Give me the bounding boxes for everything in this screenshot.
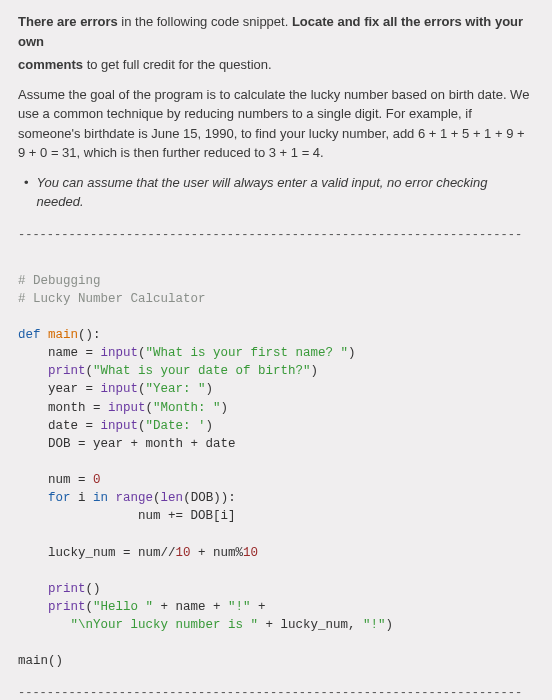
- string: "!": [363, 618, 386, 632]
- code-text: + num%: [191, 546, 244, 560]
- instruction-paragraph: Assume the goal of the program is to cal…: [18, 85, 534, 163]
- builtin-input: input: [101, 419, 139, 433]
- code-block: # Debugging # Lucky Number Calculator de…: [18, 254, 534, 671]
- code-comment: # Lucky Number Calculator: [18, 292, 206, 306]
- code-text: main(): [18, 654, 63, 668]
- string: "Year: ": [146, 382, 206, 396]
- bold-comments: comments: [18, 57, 83, 72]
- number: 10: [243, 546, 258, 560]
- code-text: DOB = year + month + date: [18, 437, 236, 451]
- bullet-text: You can assume that the user will always…: [37, 173, 534, 212]
- code-text: num += DOB[i]: [18, 509, 236, 523]
- string: "!": [228, 600, 251, 614]
- builtin-print: print: [48, 600, 86, 614]
- code-text: (): [86, 582, 101, 596]
- string: "What is your first name? ": [146, 346, 349, 360]
- code-text: + lucky_num,: [258, 618, 363, 632]
- code-text: month =: [18, 401, 108, 415]
- fn-main: main: [48, 328, 78, 342]
- separator-top: ----------------------------------------…: [18, 226, 534, 244]
- builtin-print: print: [48, 364, 86, 378]
- string: "What is your date of birth?": [93, 364, 311, 378]
- instruction-line-1: There are errors in the following code s…: [18, 12, 534, 51]
- keyword-in: in: [93, 491, 108, 505]
- code-text: lucky_num = num//: [18, 546, 176, 560]
- instruction-line-2: comments to get full credit for the ques…: [18, 55, 534, 75]
- keyword-def: def: [18, 328, 41, 342]
- bullet-dot-icon: •: [18, 173, 37, 212]
- builtin-input: input: [101, 346, 139, 360]
- text-span: to get full credit for the question.: [83, 57, 272, 72]
- code-text: + name +: [153, 600, 228, 614]
- number: 10: [176, 546, 191, 560]
- builtin-range: range: [116, 491, 154, 505]
- code-text: year =: [18, 382, 101, 396]
- separator-bottom: ----------------------------------------…: [18, 684, 534, 700]
- string: "Month: ": [153, 401, 221, 415]
- code-text: +: [251, 600, 266, 614]
- keyword-for: for: [48, 491, 71, 505]
- code-text: (DOB)):: [183, 491, 236, 505]
- code-text: name =: [18, 346, 101, 360]
- bold-errors: There are errors: [18, 14, 118, 29]
- string: "\nYour lucky number is ": [71, 618, 259, 632]
- assumption-bullet: • You can assume that the user will alwa…: [18, 173, 534, 212]
- builtin-len: len: [161, 491, 184, 505]
- builtin-input: input: [101, 382, 139, 396]
- paren: ():: [78, 328, 101, 342]
- code-text: num =: [18, 473, 93, 487]
- builtin-print: print: [48, 582, 86, 596]
- number: 0: [93, 473, 101, 487]
- code-text: date =: [18, 419, 101, 433]
- string: "Hello ": [93, 600, 153, 614]
- text-span: in the following code snippet.: [118, 14, 292, 29]
- string: "Date: ': [146, 419, 206, 433]
- code-text: ): [386, 618, 394, 632]
- code-comment: # Debugging: [18, 274, 101, 288]
- builtin-input: input: [108, 401, 146, 415]
